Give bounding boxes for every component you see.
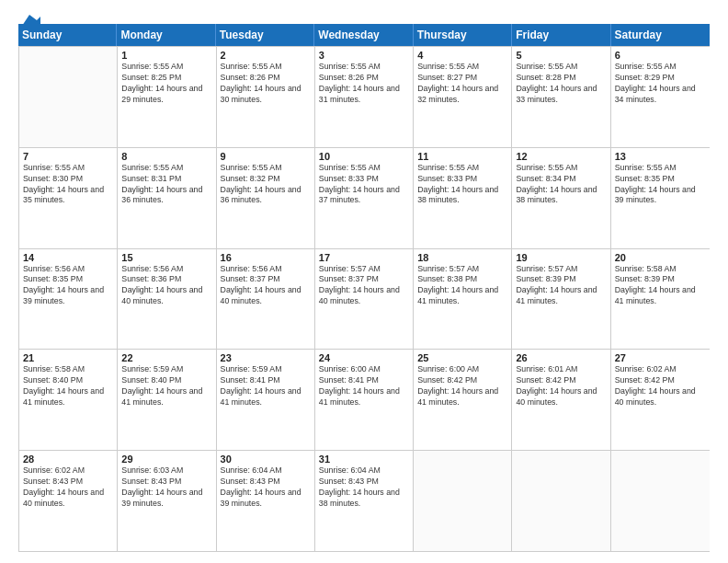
cell-sunrise: Sunrise: 5:55 AM	[417, 62, 507, 73]
cell-info: Sunrise: 5:55 AMSunset: 8:35 PMDaylight:…	[615, 163, 706, 207]
cell-sunset: Sunset: 8:38 PM	[417, 274, 507, 285]
calendar-row: 21Sunrise: 5:58 AMSunset: 8:40 PMDayligh…	[19, 349, 710, 450]
calendar-cell: 1Sunrise: 5:55 AMSunset: 8:25 PMDaylight…	[118, 47, 216, 147]
cell-daylight: Daylight: 14 hours and 38 minutes.	[516, 185, 606, 207]
cell-sunset: Sunset: 8:41 PM	[221, 375, 311, 386]
cell-daylight: Daylight: 14 hours and 38 minutes.	[417, 185, 507, 207]
calendar-cell	[414, 451, 512, 551]
cell-sunrise: Sunrise: 5:57 AM	[516, 264, 606, 275]
cell-info: Sunrise: 5:55 AMSunset: 8:31 PMDaylight:…	[121, 163, 211, 207]
cell-info: Sunrise: 6:04 AMSunset: 8:43 PMDaylight:…	[221, 465, 311, 510]
cell-sunrise: Sunrise: 6:04 AM	[221, 465, 311, 477]
cell-date: 6	[615, 50, 706, 61]
cell-daylight: Daylight: 14 hours and 39 minutes.	[221, 488, 311, 510]
cell-date: 3	[319, 50, 409, 61]
cell-sunset: Sunset: 8:26 PM	[319, 73, 409, 84]
cell-info: Sunrise: 6:00 AMSunset: 8:41 PMDaylight:…	[319, 364, 409, 408]
calendar-cell: 16Sunrise: 5:56 AMSunset: 8:37 PMDayligh…	[217, 249, 315, 350]
cal-header-day: Monday	[117, 24, 215, 46]
cell-info: Sunrise: 6:01 AMSunset: 8:42 PMDaylight:…	[516, 364, 606, 408]
cell-date: 9	[221, 151, 311, 162]
cell-daylight: Daylight: 14 hours and 29 minutes.	[121, 84, 211, 106]
cell-info: Sunrise: 5:56 AMSunset: 8:35 PMDaylight:…	[23, 264, 113, 308]
cell-daylight: Daylight: 14 hours and 37 minutes.	[319, 185, 409, 207]
calendar-cell: 30Sunrise: 6:04 AMSunset: 8:43 PMDayligh…	[217, 451, 315, 551]
cell-sunset: Sunset: 8:32 PM	[221, 174, 311, 185]
cell-sunrise: Sunrise: 5:55 AM	[417, 163, 507, 174]
cell-daylight: Daylight: 14 hours and 40 minutes.	[121, 285, 211, 307]
calendar-cell	[611, 451, 710, 551]
cell-daylight: Daylight: 14 hours and 32 minutes.	[417, 84, 507, 106]
cell-daylight: Daylight: 14 hours and 34 minutes.	[615, 84, 706, 106]
cell-sunset: Sunset: 8:42 PM	[417, 375, 507, 386]
cell-sunrise: Sunrise: 5:55 AM	[319, 62, 409, 73]
svg-marker-0	[22, 15, 40, 26]
calendar-cell: 26Sunrise: 6:01 AMSunset: 8:42 PMDayligh…	[512, 350, 610, 450]
cell-date: 13	[615, 151, 706, 162]
cell-info: Sunrise: 5:55 AMSunset: 8:33 PMDaylight:…	[417, 163, 507, 207]
cell-sunset: Sunset: 8:31 PM	[121, 174, 211, 185]
cell-daylight: Daylight: 14 hours and 38 minutes.	[319, 488, 409, 510]
cell-sunset: Sunset: 8:26 PM	[221, 73, 311, 84]
cell-info: Sunrise: 6:02 AMSunset: 8:43 PMDaylight:…	[23, 465, 113, 510]
cell-date: 4	[417, 50, 507, 61]
calendar-cell: 5Sunrise: 5:55 AMSunset: 8:28 PMDaylight…	[512, 47, 610, 147]
cell-sunrise: Sunrise: 5:59 AM	[221, 364, 311, 375]
cell-daylight: Daylight: 14 hours and 41 minutes.	[417, 386, 507, 408]
cell-daylight: Daylight: 14 hours and 36 minutes.	[221, 185, 311, 207]
cell-daylight: Daylight: 14 hours and 41 minutes.	[23, 386, 113, 408]
calendar-body: 1Sunrise: 5:55 AMSunset: 8:25 PMDaylight…	[18, 46, 710, 552]
cell-sunset: Sunset: 8:27 PM	[417, 73, 507, 84]
cell-info: Sunrise: 5:56 AMSunset: 8:37 PMDaylight:…	[221, 264, 311, 308]
cell-daylight: Daylight: 14 hours and 36 minutes.	[121, 185, 211, 207]
cell-date: 7	[23, 151, 113, 162]
calendar-cell: 4Sunrise: 5:55 AMSunset: 8:27 PMDaylight…	[414, 47, 512, 147]
cell-info: Sunrise: 5:55 AMSunset: 8:27 PMDaylight:…	[417, 62, 507, 106]
calendar: SundayMondayTuesdayWednesdayThursdayFrid…	[18, 24, 710, 552]
calendar-row: 1Sunrise: 5:55 AMSunset: 8:25 PMDaylight…	[19, 46, 710, 147]
calendar-cell: 18Sunrise: 5:57 AMSunset: 8:38 PMDayligh…	[414, 249, 512, 350]
cell-sunset: Sunset: 8:42 PM	[615, 375, 706, 386]
cell-info: Sunrise: 5:58 AMSunset: 8:39 PMDaylight:…	[615, 264, 706, 308]
cell-sunrise: Sunrise: 5:56 AM	[221, 264, 311, 275]
calendar-cell: 10Sunrise: 5:55 AMSunset: 8:33 PMDayligh…	[315, 148, 414, 248]
cal-header-day: Thursday	[414, 24, 512, 46]
cell-date: 16	[221, 252, 311, 263]
cell-sunset: Sunset: 8:43 PM	[319, 477, 409, 488]
calendar-cell: 11Sunrise: 5:55 AMSunset: 8:33 PMDayligh…	[414, 148, 512, 248]
cell-date: 2	[221, 50, 311, 61]
cell-sunrise: Sunrise: 5:56 AM	[121, 264, 211, 275]
cell-sunset: Sunset: 8:43 PM	[121, 477, 211, 488]
cell-info: Sunrise: 6:03 AMSunset: 8:43 PMDaylight:…	[121, 465, 211, 510]
cell-date: 1	[121, 50, 211, 61]
cell-date: 20	[615, 252, 706, 263]
cell-date: 26	[516, 352, 606, 363]
cell-sunset: Sunset: 8:37 PM	[221, 274, 311, 285]
cell-date: 10	[319, 151, 409, 162]
cell-sunset: Sunset: 8:39 PM	[615, 274, 706, 285]
cell-info: Sunrise: 5:55 AMSunset: 8:33 PMDaylight:…	[319, 163, 409, 207]
cell-daylight: Daylight: 14 hours and 33 minutes.	[516, 84, 606, 106]
cell-sunrise: Sunrise: 5:55 AM	[516, 163, 606, 174]
cell-daylight: Daylight: 14 hours and 40 minutes.	[221, 285, 311, 307]
cell-date: 11	[417, 151, 507, 162]
cell-date: 28	[23, 454, 113, 465]
calendar-cell: 27Sunrise: 6:02 AMSunset: 8:42 PMDayligh…	[611, 350, 710, 450]
cell-info: Sunrise: 5:57 AMSunset: 8:37 PMDaylight:…	[319, 264, 409, 308]
calendar-cell: 14Sunrise: 5:56 AMSunset: 8:35 PMDayligh…	[19, 249, 118, 350]
calendar-cell: 3Sunrise: 5:55 AMSunset: 8:26 PMDaylight…	[315, 47, 414, 147]
cell-daylight: Daylight: 14 hours and 39 minutes.	[121, 488, 211, 510]
logo-icon	[20, 13, 40, 28]
cell-date: 14	[23, 252, 113, 263]
calendar-cell: 12Sunrise: 5:55 AMSunset: 8:34 PMDayligh…	[512, 148, 610, 248]
cell-sunset: Sunset: 8:36 PM	[121, 274, 211, 285]
cell-sunset: Sunset: 8:33 PM	[319, 174, 409, 185]
cell-info: Sunrise: 5:55 AMSunset: 8:32 PMDaylight:…	[221, 163, 311, 207]
cell-date: 21	[23, 352, 113, 363]
cal-header-day: Tuesday	[216, 24, 314, 46]
page: SundayMondayTuesdayWednesdayThursdayFrid…	[0, 0, 728, 563]
cell-date: 15	[121, 252, 211, 263]
calendar-cell	[512, 451, 610, 551]
cell-sunset: Sunset: 8:43 PM	[23, 477, 113, 488]
cell-sunrise: Sunrise: 5:55 AM	[221, 163, 311, 174]
